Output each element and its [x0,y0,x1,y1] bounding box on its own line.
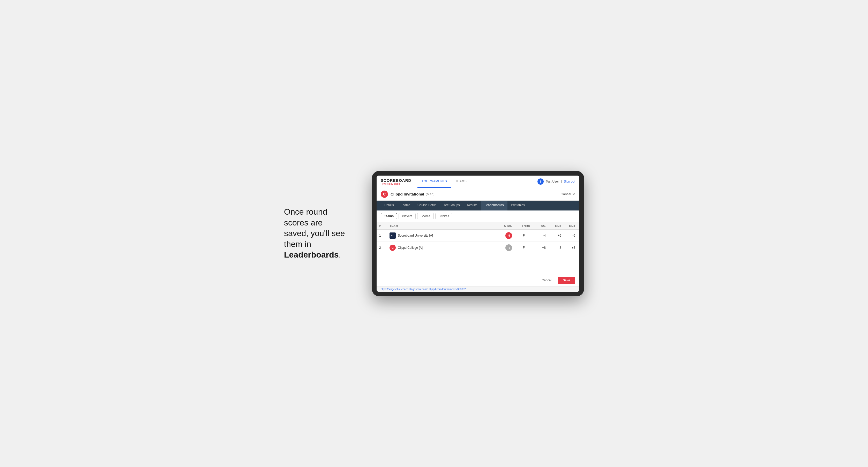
user-avatar: S [537,179,544,185]
url-text: https://stage-blue-coach.stagescoreboard… [381,288,466,291]
team-1-rd3: -6 [564,229,579,242]
table-row: 2 C Clippd College [A] +3 F [377,242,579,254]
col-thru: THRU [515,222,533,229]
tournament-gender: (Men) [426,192,435,196]
tab-details[interactable]: Details [381,201,398,211]
col-team: TEAM [387,222,494,229]
team-1-total: -5 [494,229,515,242]
team-1-rd2: +5 [548,229,564,242]
team-1-name: Scoreboard University [A] [398,234,433,238]
filter-strokes[interactable]: Strokes [435,213,453,219]
tournament-cancel-button[interactable]: Cancel ✕ [561,192,575,196]
filter-teams[interactable]: Teams [381,213,397,219]
sign-out-link[interactable]: Sign out [564,180,575,183]
team-2-total: +3 [494,242,515,254]
team-2-rd3: +3 [564,242,579,254]
team-2-name: Clippd College [A] [398,246,423,250]
logo-area: SCOREBOARD Powered by clippd [381,178,411,185]
tab-results[interactable]: Results [463,201,481,211]
table-row: 1 SU Scoreboard University [A] -5 F [377,229,579,242]
desc-line2: scores are [284,218,322,227]
team-1-logo: SU [390,232,396,239]
left-description: Once round scores are saved, you'll see … [284,207,356,260]
user-name: Test User [546,180,559,183]
tab-teams[interactable]: Teams [398,201,414,211]
col-rd2: RD2 [548,222,564,229]
logo-sub: Powered by clippd [381,183,411,185]
nav-tournaments[interactable]: TOURNAMENTS [417,176,451,188]
team-1-thru: F [515,229,533,242]
tab-leaderboards[interactable]: Leaderboards [481,201,507,211]
col-total: TOTAL [494,222,515,229]
logo-text: SCOREBOARD [381,178,411,183]
leaderboard-content: # TEAM TOTAL THRU RD1 RD2 RD3 1 [377,222,579,274]
nav-teams[interactable]: TEAMS [451,176,471,188]
close-icon: ✕ [572,192,575,196]
modal-footer: Cancel Save [377,274,579,286]
filter-scores[interactable]: Scores [417,213,433,219]
team-2-thru: F [515,242,533,254]
tablet-frame: SCOREBOARD Powered by clippd TOURNAMENTS… [372,171,584,296]
col-rd3: RD3 [564,222,579,229]
cancel-button[interactable]: Cancel [538,277,556,284]
col-rank: # [377,222,387,229]
nav-separator: | [561,180,562,183]
col-rd1: RD1 [533,222,548,229]
rank-2: 2 [377,242,387,254]
url-bar: https://stage-blue-coach.stagescoreboard… [377,286,579,292]
score-badge-2: +3 [505,244,512,251]
tab-course-setup[interactable]: Course Setup [414,201,440,211]
team-2-cell: C Clippd College [A] [387,242,494,254]
desc-line4: them in [284,240,311,249]
tournament-title: Clippd Invitational [391,192,424,196]
team-2-logo: C [390,245,396,251]
leaderboard-table: # TEAM TOTAL THRU RD1 RD2 RD3 1 [377,222,579,254]
desc-line1: Once round [284,207,327,216]
score-badge-1: -5 [505,232,512,239]
tab-tee-groups[interactable]: Tee Groups [440,201,463,211]
table-header-row: # TEAM TOTAL THRU RD1 RD2 RD3 [377,222,579,229]
top-nav: SCOREBOARD Powered by clippd TOURNAMENTS… [377,176,579,188]
tablet-screen: SCOREBOARD Powered by clippd TOURNAMENTS… [377,176,579,292]
rank-1: 1 [377,229,387,242]
tournament-icon: C [381,191,388,198]
filter-bar: Teams Players Scores Strokes [377,211,579,222]
nav-right: S Test User | Sign out [537,179,575,185]
tab-printables[interactable]: Printables [507,201,528,211]
desc-line5-suffix: . [339,250,341,259]
team-2-rd2: -8 [548,242,564,254]
nav-links: TOURNAMENTS TEAMS [417,176,471,188]
team-1-cell: SU Scoreboard University [A] [387,229,494,242]
save-button[interactable]: Save [558,277,575,284]
team-2-rd1: +8 [533,242,548,254]
page-wrapper: Once round scores are saved, you'll see … [253,171,615,296]
team-1-rd1: -4 [533,229,548,242]
filter-players[interactable]: Players [399,213,416,219]
tournament-header: C Clippd Invitational (Men) Cancel ✕ [377,188,579,201]
desc-line3: saved, you'll see [284,228,345,238]
desc-line5-bold: Leaderboards [284,250,339,259]
tab-nav: Details Teams Course Setup Tee Groups Re… [377,201,579,211]
